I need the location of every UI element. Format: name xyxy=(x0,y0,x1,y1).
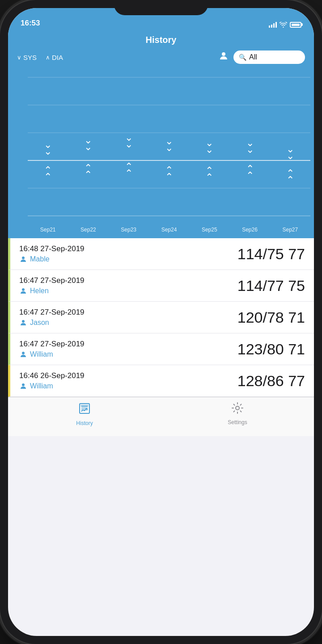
record-item[interactable]: 16:47 27-Sep-2019 Jason 120/78 71 xyxy=(8,302,314,333)
svg-text:⌄: ⌄ xyxy=(44,146,52,157)
sys-label: SYS xyxy=(23,54,37,61)
chart-svg: 250 200 150 100 50 0 xyxy=(28,73,310,225)
svg-text:⌃: ⌃ xyxy=(286,174,294,185)
record-datetime: 16:47 27-Sep-2019 xyxy=(19,308,85,317)
record-values: 114/77 75 xyxy=(237,277,305,295)
history-tab-icon xyxy=(78,402,91,418)
sys-arrow-down: ∨ xyxy=(17,54,21,61)
record-datetime: 16:47 27-Sep-2019 xyxy=(19,276,85,285)
settings-tab-icon xyxy=(231,402,244,417)
svg-text:⌄: ⌄ xyxy=(246,144,254,155)
record-person: Jason xyxy=(19,319,85,327)
status-time: 16:53 xyxy=(21,19,40,28)
svg-text:⌄: ⌄ xyxy=(286,150,294,161)
svg-text:⌄: ⌄ xyxy=(125,139,133,150)
svg-rect-51 xyxy=(80,404,89,407)
person-icon xyxy=(19,382,27,390)
person-icon xyxy=(19,350,27,358)
person-name: William xyxy=(30,350,53,358)
tab-bar: History Settings xyxy=(8,397,314,436)
record-person: Mable xyxy=(19,255,85,263)
svg-text:⌃: ⌃ xyxy=(125,168,133,179)
status-icons xyxy=(269,21,301,28)
svg-text:⌄: ⌄ xyxy=(84,141,92,152)
x-label-sep27: Sep27 xyxy=(270,227,310,233)
screen: 16:53 History xyxy=(8,8,314,636)
svg-text:⌄: ⌄ xyxy=(205,144,213,155)
page-title: History xyxy=(17,35,305,45)
svg-text:⌃: ⌃ xyxy=(165,171,173,182)
dia-legend: ∧ DIA xyxy=(46,54,63,61)
person-filter-icon[interactable] xyxy=(218,51,229,64)
wifi-icon xyxy=(280,22,287,28)
svg-point-0 xyxy=(222,52,225,56)
record-item[interactable]: 16:47 27-Sep-2019 Helen 114/77 75 xyxy=(8,270,314,302)
tab-history[interactable]: History xyxy=(8,402,161,426)
x-label-sep24: Sep24 xyxy=(149,227,189,233)
record-left: 16:46 26-Sep-2019 William xyxy=(19,371,85,390)
record-values: 114/75 77 xyxy=(237,245,305,263)
person-name: Mable xyxy=(30,255,50,263)
chart-container: 250 200 150 100 50 0 xyxy=(8,71,314,238)
svg-point-46 xyxy=(22,383,25,386)
records-list: 16:48 27-Sep-2019 Mable 114/75 77 16:47 … xyxy=(8,238,314,397)
person-icon xyxy=(19,287,27,295)
signal-icon xyxy=(269,21,277,28)
svg-point-42 xyxy=(22,257,25,259)
svg-point-44 xyxy=(22,320,25,323)
x-label-sep26: Sep26 xyxy=(229,227,270,233)
record-left: 16:47 27-Sep-2019 Jason xyxy=(19,308,85,327)
svg-point-52 xyxy=(236,406,239,410)
record-item[interactable]: 16:48 27-Sep-2019 Mable 114/75 77 xyxy=(8,238,314,270)
search-icon: 🔍 xyxy=(239,54,246,61)
svg-text:⌃: ⌃ xyxy=(84,169,92,180)
history-tab-label: History xyxy=(76,420,93,426)
settings-tab-label: Settings xyxy=(228,419,247,425)
sys-legend: ∨ SYS xyxy=(17,54,37,61)
record-values: 123/80 71 xyxy=(237,341,305,358)
tab-settings[interactable]: Settings xyxy=(161,402,314,425)
search-bar[interactable]: 🔍 All xyxy=(233,51,305,64)
svg-text:⌄: ⌄ xyxy=(165,142,173,153)
notch xyxy=(114,0,208,15)
person-icon xyxy=(19,255,27,263)
search-value: All xyxy=(249,53,257,61)
record-left: 16:47 27-Sep-2019 Helen xyxy=(19,276,85,295)
record-item[interactable]: 16:46 26-Sep-2019 William 128/86 77 xyxy=(8,365,314,397)
x-label-sep22: Sep22 xyxy=(68,227,108,233)
record-datetime: 16:48 27-Sep-2019 xyxy=(19,244,85,253)
dia-label: DIA xyxy=(52,54,63,61)
person-name: Jason xyxy=(30,319,49,327)
record-datetime: 16:46 26-Sep-2019 xyxy=(19,371,85,380)
svg-point-43 xyxy=(22,288,25,291)
record-person: William xyxy=(19,382,85,390)
svg-text:⌃: ⌃ xyxy=(246,170,254,181)
battery-icon xyxy=(290,22,301,28)
person-name: William xyxy=(30,382,53,390)
x-label-sep23: Sep23 xyxy=(109,227,149,233)
x-label-sep21: Sep21 xyxy=(28,227,68,233)
record-item[interactable]: 16:47 27-Sep-2019 William 123/80 71 xyxy=(8,333,314,365)
person-name: Helen xyxy=(30,287,49,295)
record-values: 128/86 77 xyxy=(237,372,305,390)
record-person: Helen xyxy=(19,287,85,295)
x-label-sep25: Sep25 xyxy=(189,227,229,233)
record-values: 120/78 71 xyxy=(237,309,305,326)
record-datetime: 16:47 27-Sep-2019 xyxy=(19,340,85,349)
phone-frame: 16:53 History xyxy=(0,0,322,644)
header-controls: ∨ SYS ∧ DIA 🔍 All xyxy=(17,51,305,64)
record-person: William xyxy=(19,350,85,358)
svg-text:⌃: ⌃ xyxy=(205,172,213,183)
person-icon xyxy=(19,319,27,327)
svg-point-45 xyxy=(22,352,25,354)
app-header: History ∨ SYS ∧ DIA 🔍 xyxy=(8,31,314,71)
record-left: 16:47 27-Sep-2019 William xyxy=(19,340,85,358)
record-left: 16:48 27-Sep-2019 Mable xyxy=(19,244,85,263)
x-axis: Sep21 Sep22 Sep23 Sep24 Sep25 Sep26 Sep2… xyxy=(28,225,310,238)
dia-arrow-up: ∧ xyxy=(46,54,50,61)
svg-text:⌃: ⌃ xyxy=(44,171,52,182)
